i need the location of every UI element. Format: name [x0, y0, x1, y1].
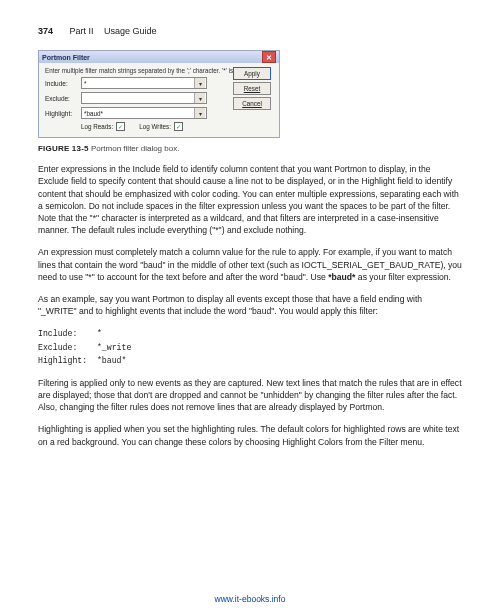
- footer-link[interactable]: www.it-ebooks.info: [215, 594, 286, 604]
- dialog-titlebar: Portmon Filter ✕: [39, 51, 279, 63]
- code-line: Highlight: *baud*: [38, 354, 462, 367]
- highlight-input[interactable]: *baud*: [81, 107, 207, 119]
- checkbox-icon: ✓: [116, 122, 125, 131]
- close-icon[interactable]: ✕: [262, 51, 276, 63]
- checkbox-icon: ✓: [174, 122, 183, 131]
- dialog-title: Portmon Filter: [42, 54, 90, 61]
- code-line: Include: *: [38, 327, 462, 340]
- body-paragraph: As an example, say you want Portmon to d…: [38, 293, 462, 317]
- reset-button[interactable]: Reset: [233, 82, 271, 95]
- figure-caption: FIGURE 13-5 Portmon filter dialog box.: [38, 144, 462, 153]
- body-paragraph: Filtering is applied only to new events …: [38, 377, 462, 414]
- log-writes-label: Log Writes:: [139, 123, 171, 130]
- code-block: Include: * Exclude: *_write Highlight: *…: [38, 327, 462, 366]
- portmon-filter-dialog: Portmon Filter ✕ Enter multiple filter m…: [38, 50, 280, 138]
- section-label: Usage Guide: [104, 26, 157, 36]
- page-footer: www.it-ebooks.info: [0, 594, 500, 604]
- figure-label: FIGURE 13-5: [38, 144, 89, 153]
- figure-caption-text: Portmon filter dialog box.: [91, 144, 180, 153]
- exclude-input[interactable]: [81, 92, 207, 104]
- log-reads-checkbox[interactable]: Log Reads: ✓: [81, 122, 125, 131]
- body-paragraph: Enter expressions in the Include field t…: [38, 163, 462, 236]
- highlight-label: Highlight:: [45, 110, 81, 117]
- exclude-label: Exclude:: [45, 95, 81, 102]
- include-label: Include:: [45, 80, 81, 87]
- part-label: Part II: [70, 26, 94, 36]
- code-line: Exclude: *_write: [38, 341, 462, 354]
- include-input[interactable]: *: [81, 77, 207, 89]
- bold-text: *baud*: [328, 272, 355, 282]
- body-paragraph: Highlighting is applied when you set the…: [38, 423, 462, 447]
- log-reads-label: Log Reads:: [81, 123, 113, 130]
- apply-button[interactable]: Apply: [233, 67, 271, 80]
- body-paragraph: An expression must completely match a co…: [38, 246, 462, 283]
- cancel-button[interactable]: Cancel: [233, 97, 271, 110]
- log-writes-checkbox[interactable]: Log Writes: ✓: [139, 122, 183, 131]
- page-number: 374: [38, 26, 53, 36]
- running-header: 374 Part II Usage Guide: [38, 26, 462, 36]
